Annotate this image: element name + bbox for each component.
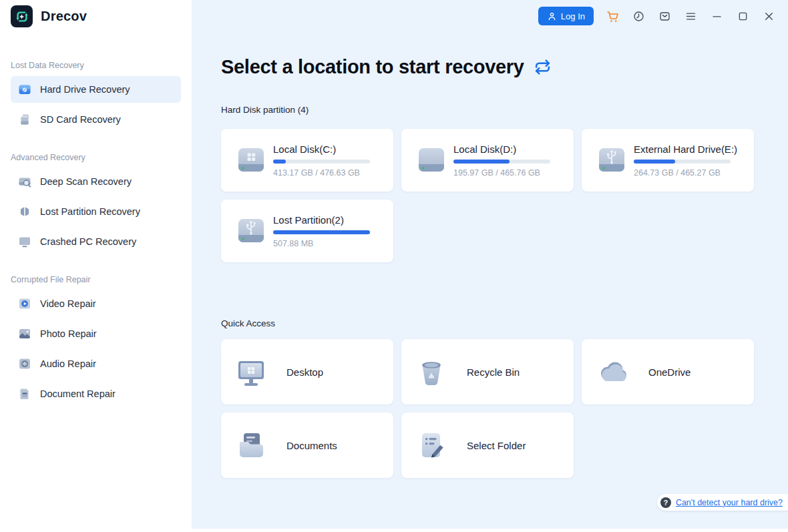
sidebar-item-sd-card-recovery[interactable]: SD Card Recovery [11, 106, 181, 133]
video-icon [18, 297, 31, 310]
quick-access-label: Documents [286, 440, 337, 451]
quick-access-card-onedrive[interactable]: OneDrive [582, 339, 754, 405]
usage-bar-fill [453, 160, 510, 164]
drive-card-lost-partition-2[interactable]: Lost Partition(2)507.88 MB [221, 200, 393, 262]
desktop-icon [234, 355, 268, 388]
usage-bar [453, 160, 550, 164]
sidebar-item-label: Document Repair [40, 388, 116, 399]
sidebar-item-label: Video Repair [40, 298, 96, 309]
main-panel: Log In [192, 0, 788, 529]
drive-capacity: 507.88 MB [273, 239, 370, 248]
sidebar-item-video-repair[interactable]: Video Repair [11, 290, 181, 317]
windows-drive-icon [235, 144, 267, 176]
sidebar-nav: Lost Data RecoveryHard Drive RecoverySD … [0, 61, 192, 407]
plain-drive-icon [415, 144, 447, 176]
photo-icon [18, 327, 31, 340]
usb-drive-icon [596, 144, 628, 176]
drive-name: External Hard Drive(E:) [634, 144, 737, 155]
minimize-icon[interactable] [710, 9, 724, 23]
sd-card-icon [18, 113, 31, 126]
audio-icon [18, 357, 31, 370]
app-logo-icon [11, 5, 33, 27]
quick-access-label: Quick Access [221, 318, 275, 328]
drive-card-external-hard-drive-e[interactable]: External Hard Drive(E:)264.73 GB / 465.2… [582, 129, 754, 192]
app-name: Drecov [41, 9, 87, 24]
sidebar-item-label: SD Card Recovery [40, 114, 121, 125]
quick-access-label: Recycle Bin [467, 366, 520, 378]
sidebar-section-label: Advanced Recovery [11, 153, 192, 162]
page-header: Select a location to start recovery [221, 56, 551, 78]
sidebar: Drecov Lost Data RecoveryHard Drive Reco… [0, 0, 192, 529]
deep-scan-icon [18, 175, 31, 188]
drive-card-local-disk-c[interactable]: Local Disk(C:)413.17 GB / 476.63 GB [221, 129, 393, 192]
sidebar-item-label: Hard Drive Recovery [40, 84, 130, 95]
quick-access-label: Desktop [286, 366, 323, 378]
drive-card-local-disk-d[interactable]: Local Disk(D:)195.97 GB / 465.76 GB [401, 129, 574, 192]
sidebar-section-label: Corrupted File Repair [11, 275, 192, 284]
cart-icon[interactable] [606, 9, 620, 23]
sidebar-item-lost-partition-recovery[interactable]: Lost Partition Recovery [11, 198, 181, 225]
usb-drive-icon [235, 215, 267, 247]
sidebar-item-photo-repair[interactable]: Photo Repair [11, 320, 181, 347]
drive-info: Lost Partition(2)507.88 MB [273, 214, 370, 248]
titlebar: Log In [538, 7, 776, 25]
user-icon [547, 11, 557, 21]
drive-name: Lost Partition(2) [273, 214, 370, 226]
quick-access-grid: DesktopRecycle BinOneDriveDocumentsSelec… [221, 339, 755, 478]
sidebar-item-hard-drive-recovery[interactable]: Hard Drive Recovery [11, 76, 181, 103]
quick-access-card-documents[interactable]: Documents [221, 413, 393, 478]
usage-bar [273, 230, 370, 234]
drive-info: Local Disk(D:)195.97 GB / 465.76 GB [453, 144, 550, 178]
usage-bar-fill [634, 160, 675, 164]
drives-grid: Local Disk(C:)413.17 GB / 476.63 GBLocal… [221, 129, 755, 262]
mail-icon[interactable] [658, 9, 672, 23]
quick-access-card-select-folder[interactable]: Select Folder [401, 413, 574, 478]
refresh-icon[interactable] [534, 59, 551, 75]
drive-info: External Hard Drive(E:)264.73 GB / 465.2… [634, 144, 737, 178]
partition-icon [18, 205, 31, 218]
history-icon[interactable] [632, 9, 646, 23]
page-title: Select a location to start recovery [221, 56, 524, 78]
usage-bar-fill [273, 160, 286, 164]
drive-name: Local Disk(D:) [453, 144, 550, 155]
sidebar-item-label: Deep Scan Recovery [40, 176, 132, 187]
help-pill: ? Can't detect your hard drive? [657, 494, 788, 511]
close-icon[interactable] [762, 9, 776, 23]
recycle-bin-icon [415, 355, 448, 388]
usage-bar [634, 160, 731, 164]
help-link[interactable]: Can't detect your hard drive? [676, 498, 783, 507]
hard-drive-icon [18, 83, 31, 96]
drive-capacity: 413.17 GB / 476.63 GB [273, 168, 370, 178]
quick-access-label: OneDrive [648, 366, 691, 378]
drive-capacity: 195.97 GB / 465.76 GB [453, 168, 550, 178]
sidebar-item-label: Audio Repair [40, 358, 96, 369]
quick-access-label: Select Folder [467, 440, 526, 451]
quick-access-card-desktop[interactable]: Desktop [221, 339, 393, 405]
sidebar-item-document-repair[interactable]: Document Repair [11, 380, 181, 407]
drive-info: Local Disk(C:)413.17 GB / 476.63 GB [273, 144, 370, 178]
drive-capacity: 264.73 GB / 465.27 GB [634, 168, 737, 178]
help-icon: ? [660, 497, 671, 508]
documents-icon [234, 429, 268, 462]
sidebar-item-audio-repair[interactable]: Audio Repair [11, 350, 181, 377]
sidebar-item-label: Photo Repair [40, 328, 97, 339]
partition-section-label: Hard Disk partition (4) [221, 105, 309, 115]
crashed-pc-icon [18, 235, 31, 248]
app-logo: Drecov [0, 0, 192, 27]
sidebar-item-label: Lost Partition Recovery [40, 206, 140, 217]
document-icon [18, 387, 31, 401]
menu-icon[interactable] [684, 9, 698, 23]
onedrive-icon [595, 354, 630, 389]
drive-name: Local Disk(C:) [273, 144, 370, 155]
select-folder-icon [415, 429, 448, 462]
sidebar-section-label: Lost Data Recovery [11, 61, 192, 70]
quick-access-card-recycle-bin[interactable]: Recycle Bin [401, 339, 574, 405]
sidebar-item-deep-scan-recovery[interactable]: Deep Scan Recovery [11, 168, 181, 195]
sidebar-item-crashed-pc-recovery[interactable]: Crashed PC Recovery [11, 228, 181, 255]
usage-bar-fill [273, 230, 370, 234]
login-label: Log In [561, 11, 585, 21]
usage-bar [273, 160, 370, 164]
sidebar-item-label: Crashed PC Recovery [40, 236, 136, 247]
maximize-icon[interactable] [736, 9, 750, 23]
login-button[interactable]: Log In [538, 7, 594, 25]
